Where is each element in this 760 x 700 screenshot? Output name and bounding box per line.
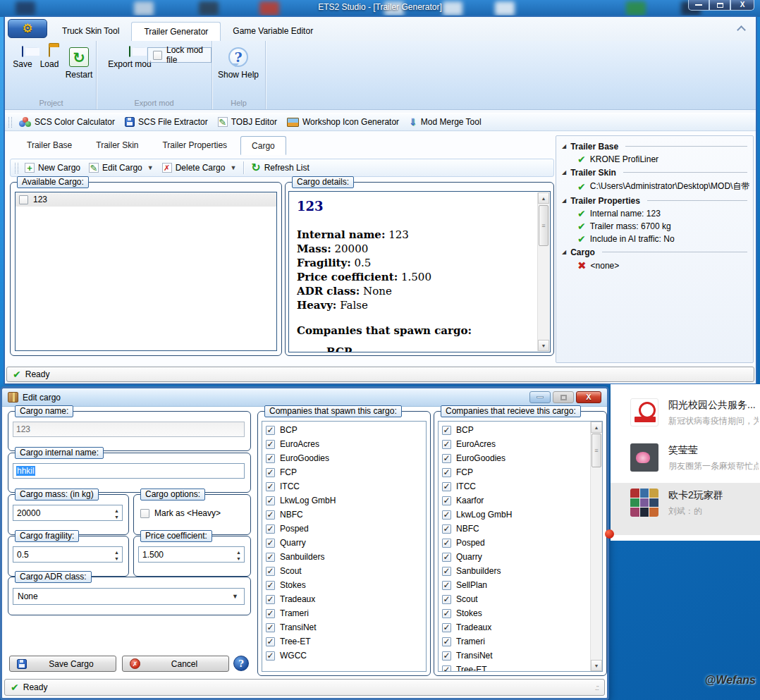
checkbox-checked-icon[interactable] bbox=[442, 609, 451, 618]
checkbox-checked-icon[interactable] bbox=[442, 651, 451, 661]
summary-section-trailer-skin[interactable]: ◢ Trailer Skin bbox=[562, 168, 747, 178]
checkbox-icon[interactable] bbox=[19, 195, 28, 204]
checkbox-checked-icon[interactable] bbox=[442, 539, 451, 548]
company-checkbox-item[interactable]: TransiNet bbox=[264, 620, 426, 634]
company-checkbox-item[interactable]: Tree-ET bbox=[441, 663, 589, 672]
checkbox-checked-icon[interactable] bbox=[266, 482, 275, 491]
tab-trailer-base[interactable]: Trailer Base bbox=[16, 136, 82, 155]
company-checkbox-item[interactable]: Scout bbox=[264, 564, 426, 578]
expander-icon[interactable]: ◢ bbox=[562, 144, 566, 149]
show-help-button[interactable]: ? Show Help bbox=[215, 47, 262, 80]
cargo-name-input[interactable]: 123 bbox=[13, 422, 245, 437]
adr-class-dropdown[interactable]: None ▼ bbox=[13, 588, 245, 605]
checkbox-checked-icon[interactable] bbox=[266, 524, 275, 534]
lock-mod-file-checkbox[interactable]: Lock mod file bbox=[147, 47, 212, 63]
company-checkbox-item[interactable]: NBFC bbox=[441, 522, 589, 536]
checkbox-checked-icon[interactable] bbox=[266, 637, 275, 646]
company-checkbox-item[interactable]: Trameri bbox=[441, 634, 589, 649]
checkbox-checked-icon[interactable] bbox=[266, 651, 275, 661]
checkbox-checked-icon[interactable] bbox=[266, 440, 275, 449]
scs-file-extractor-button[interactable]: SCS File Extractor bbox=[120, 114, 213, 130]
company-checkbox-item[interactable]: EuroAcres bbox=[264, 437, 426, 451]
checkbox-checked-icon[interactable] bbox=[266, 510, 275, 520]
maximize-button[interactable] bbox=[709, 0, 730, 11]
checkbox-checked-icon[interactable] bbox=[442, 468, 451, 477]
company-checkbox-item[interactable]: Tradeaux bbox=[441, 620, 589, 634]
company-checkbox-item[interactable]: Scout bbox=[441, 592, 589, 606]
scroll-down-icon[interactable]: ▼ bbox=[591, 660, 602, 671]
company-checkbox-item[interactable]: BCP bbox=[264, 423, 426, 437]
collapse-ribbon-icon[interactable] bbox=[737, 25, 746, 35]
company-checkbox-item[interactable]: Stokes bbox=[441, 606, 589, 620]
toolbar-grip[interactable] bbox=[8, 117, 12, 128]
dialog-help-button[interactable]: ? bbox=[233, 656, 249, 671]
mod-merge-tool-button[interactable]: ⇓ Mod Merge Tool bbox=[404, 114, 486, 130]
price-coefficient-input[interactable]: 1.500 ▲▼ bbox=[138, 546, 245, 563]
load-button[interactable]: Load bbox=[36, 47, 63, 69]
checkbox-checked-icon[interactable] bbox=[442, 524, 451, 534]
tab-trailer-skin[interactable]: Trailer Skin bbox=[85, 136, 149, 155]
resize-grip-icon[interactable]: .:: bbox=[595, 684, 599, 692]
company-checkbox-item[interactable]: Quarry bbox=[441, 550, 589, 564]
spinner-arrows-icon[interactable]: ▲▼ bbox=[114, 508, 119, 520]
company-checkbox-item[interactable]: Posped bbox=[441, 536, 589, 550]
summary-section-trailer-properties[interactable]: ◢ Trailer Properties bbox=[562, 196, 747, 206]
checkbox-checked-icon[interactable] bbox=[442, 567, 451, 576]
checkbox-checked-icon[interactable] bbox=[266, 581, 275, 590]
cargo-mass-input[interactable]: 20000 ▲▼ bbox=[13, 505, 123, 521]
ribbon-tab-truck-skin-tool[interactable]: Truck Skin Tool bbox=[50, 22, 131, 41]
company-checkbox-item[interactable]: EuroGoodies bbox=[264, 451, 426, 465]
company-checkbox-item[interactable]: WGCC bbox=[264, 649, 426, 663]
checkbox-checked-icon[interactable] bbox=[442, 454, 451, 463]
spinner-arrows-icon[interactable]: ▲▼ bbox=[236, 550, 241, 562]
workshop-icon-generator-button[interactable]: Workshop Icon Generator bbox=[282, 114, 404, 130]
checkbox-checked-icon[interactable] bbox=[266, 609, 275, 618]
checkbox-checked-icon[interactable] bbox=[266, 539, 275, 548]
chat-item-selected[interactable]: 欧卡2玩家群 刘斌：的 bbox=[611, 483, 760, 535]
close-button[interactable]: X bbox=[730, 0, 754, 11]
company-checkbox-item[interactable]: EuroAcres bbox=[441, 437, 589, 451]
new-cargo-button[interactable]: + New Cargo bbox=[20, 161, 85, 176]
tab-trailer-properties[interactable]: Trailer Properties bbox=[152, 136, 238, 155]
checkbox-checked-icon[interactable] bbox=[266, 623, 275, 632]
checkbox-checked-icon[interactable] bbox=[442, 482, 451, 491]
chat-item[interactable]: 笑莹莹 朋友圈第一条麻烦帮忙点 bbox=[611, 438, 760, 483]
cargo-internal-name-input[interactable]: hhkil bbox=[13, 463, 245, 479]
mark-heavy-checkbox[interactable]: Mark as <Heavy> bbox=[140, 508, 221, 518]
receive-companies-list[interactable]: BCP EuroAcres EuroGoodies FCP bbox=[438, 421, 603, 672]
company-checkbox-item[interactable]: Sanbuilders bbox=[441, 564, 589, 578]
dialog-titlebar[interactable]: Edit cargo X bbox=[2, 388, 607, 407]
scroll-down-icon[interactable]: ▼ bbox=[538, 340, 549, 351]
company-checkbox-item[interactable]: FCP bbox=[441, 465, 589, 479]
refresh-list-button[interactable]: ↻ Refresh List bbox=[247, 161, 313, 176]
checkbox-checked-icon[interactable] bbox=[266, 496, 275, 505]
export-mod-button[interactable]: Export mod bbox=[106, 47, 153, 69]
company-checkbox-item[interactable]: BCP bbox=[441, 423, 589, 437]
company-checkbox-item[interactable]: FCP bbox=[264, 465, 426, 479]
tobj-editor-button[interactable]: ✎ TOBJ Editor bbox=[213, 114, 282, 130]
company-checkbox-item[interactable]: ITCC bbox=[264, 479, 426, 493]
scs-color-calculator-button[interactable]: SCS Color Calculator bbox=[14, 114, 120, 130]
scroll-up-icon[interactable]: ▲ bbox=[538, 192, 549, 204]
restart-button[interactable]: ↻ Restart bbox=[63, 47, 95, 80]
cargo-list-item[interactable]: 123 bbox=[16, 192, 276, 207]
company-checkbox-item[interactable]: ITCC bbox=[441, 479, 589, 493]
checkbox-checked-icon[interactable] bbox=[442, 496, 451, 505]
company-checkbox-item[interactable]: Kaarfor bbox=[441, 493, 589, 508]
checkbox-checked-icon[interactable] bbox=[266, 468, 275, 477]
expander-icon[interactable]: ◢ bbox=[562, 170, 566, 176]
app-menu-button[interactable]: ⚙ bbox=[8, 19, 47, 38]
summary-section-cargo[interactable]: ◢ Cargo bbox=[562, 247, 747, 257]
save-button[interactable]: Save bbox=[9, 47, 36, 69]
checkbox-checked-icon[interactable] bbox=[442, 581, 451, 590]
spinner-arrows-icon[interactable]: ▲▼ bbox=[114, 550, 119, 562]
checkbox-checked-icon[interactable] bbox=[442, 595, 451, 604]
save-cargo-button[interactable]: Save Cargo bbox=[9, 656, 116, 672]
checkbox-checked-icon[interactable] bbox=[442, 623, 451, 632]
tab-cargo[interactable]: Cargo bbox=[240, 136, 286, 155]
company-checkbox-item[interactable]: Quarry bbox=[264, 536, 426, 550]
company-checkbox-item[interactable]: TransiNet bbox=[441, 649, 589, 663]
company-checkbox-item[interactable]: Tree-ET bbox=[264, 634, 426, 649]
cancel-button[interactable]: ✗ Cancel bbox=[122, 656, 229, 672]
company-checkbox-item[interactable]: Stokes bbox=[264, 578, 426, 592]
